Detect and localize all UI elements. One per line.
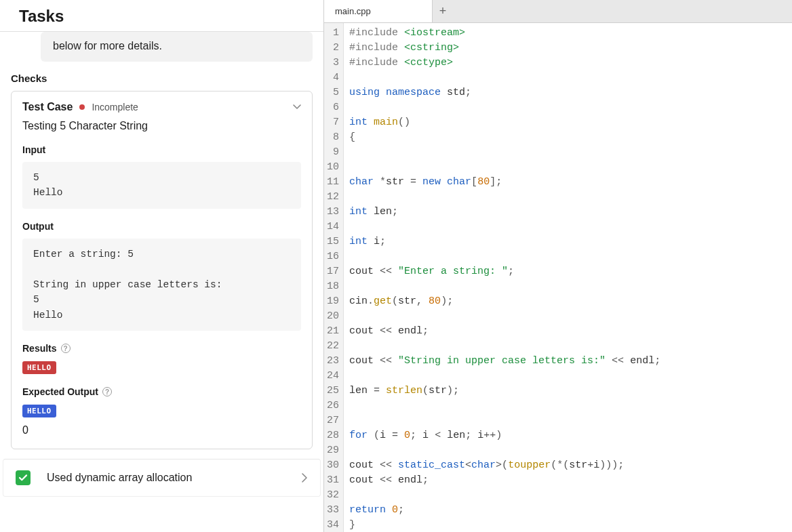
- code-line[interactable]: len = strlen(str);: [349, 384, 660, 398]
- test-case-label: Test Case: [22, 101, 73, 113]
- code-line[interactable]: char *str = new char[80];: [349, 175, 660, 190]
- line-number: 17: [327, 264, 339, 279]
- code-line[interactable]: [349, 100, 660, 115]
- line-number: 13: [327, 205, 339, 220]
- code-line[interactable]: cout << "Enter a string: ";: [349, 264, 660, 279]
- line-number: 14: [327, 220, 339, 234]
- line-number: 23: [327, 354, 339, 369]
- tasks-header: Tasks: [0, 0, 323, 32]
- line-number: 28: [327, 428, 339, 443]
- code-line[interactable]: cin.get(str, 80);: [349, 294, 660, 309]
- input-block: 5 Hello: [22, 162, 301, 209]
- code-line[interactable]: cout << endl;: [349, 473, 660, 488]
- line-number: 11: [327, 175, 339, 190]
- code-content[interactable]: #include <iostream>#include <cstring>#in…: [344, 23, 666, 532]
- line-number: 16: [327, 249, 339, 264]
- line-number: 2: [327, 41, 339, 56]
- line-number: 18: [327, 279, 339, 294]
- code-line[interactable]: return 0;: [349, 503, 660, 518]
- line-number: 12: [327, 190, 339, 205]
- expected-badge: HELLO: [22, 405, 56, 417]
- line-number: 15: [327, 234, 339, 249]
- line-number: 7: [327, 115, 339, 130]
- line-number: 19: [327, 294, 339, 309]
- check-icon: [16, 470, 31, 485]
- output-block: Enter a string: 5 String in upper case l…: [22, 239, 301, 331]
- footer-check-text: Used dynamic array allocation: [40, 472, 292, 484]
- code-line[interactable]: [349, 279, 660, 294]
- line-number: 34: [327, 518, 339, 532]
- add-tab-button[interactable]: +: [433, 0, 453, 22]
- line-number: 27: [327, 413, 339, 428]
- line-number: 31: [327, 473, 339, 488]
- line-number: 29: [327, 443, 339, 458]
- code-line[interactable]: }: [349, 518, 660, 532]
- status-dot-icon: [79, 104, 85, 110]
- code-line[interactable]: [349, 413, 660, 428]
- tab-bar: main.cpp +: [324, 0, 792, 23]
- tasks-panel: Tasks below for more details. Checks Tes…: [0, 0, 324, 532]
- tasks-scroll-area[interactable]: below for more details. Checks Test Case…: [0, 32, 323, 532]
- results-badge: HELLO: [22, 361, 56, 374]
- status-text: Incomplete: [92, 102, 138, 112]
- chevron-right-icon: [301, 472, 308, 483]
- code-line[interactable]: [349, 145, 660, 160]
- test-case-card: Test Case Incomplete Testing 5 Character…: [11, 91, 313, 449]
- line-number: 33: [327, 503, 339, 518]
- code-line[interactable]: [349, 443, 660, 458]
- line-number: 5: [327, 85, 339, 100]
- code-line[interactable]: #include <cctype>: [349, 56, 660, 70]
- expected-label: Expected Output ?: [22, 386, 301, 397]
- code-line[interactable]: [349, 160, 660, 175]
- help-icon[interactable]: ?: [61, 344, 71, 353]
- line-number: 6: [327, 100, 339, 115]
- code-line[interactable]: for (i = 0; i < len; i++): [349, 428, 660, 443]
- code-line[interactable]: [349, 488, 660, 503]
- code-line[interactable]: using namespace std;: [349, 85, 660, 100]
- footer-check-item[interactable]: Used dynamic array allocation: [3, 459, 321, 497]
- line-number: 10: [327, 160, 339, 175]
- line-number: 8: [327, 130, 339, 145]
- checks-heading: Checks: [11, 73, 313, 84]
- chevron-down-icon[interactable]: [292, 101, 302, 112]
- results-label: Results ?: [22, 343, 301, 354]
- code-line[interactable]: [349, 70, 660, 85]
- line-number: 1: [327, 26, 339, 41]
- plus-icon: +: [439, 4, 447, 18]
- code-line[interactable]: int len;: [349, 205, 660, 220]
- code-line[interactable]: cout << "String in upper case letters is…: [349, 354, 660, 369]
- input-label: Input: [22, 144, 301, 155]
- code-line[interactable]: [349, 369, 660, 384]
- code-line[interactable]: int main(): [349, 115, 660, 130]
- line-number: 20: [327, 309, 339, 324]
- line-number: 24: [327, 369, 339, 384]
- code-line[interactable]: [349, 249, 660, 264]
- code-line[interactable]: [349, 339, 660, 354]
- line-number: 26: [327, 398, 339, 413]
- line-number: 22: [327, 339, 339, 354]
- line-number: 25: [327, 384, 339, 398]
- code-line[interactable]: [349, 398, 660, 413]
- test-subtitle: Testing 5 Character String: [22, 120, 301, 132]
- code-line[interactable]: [349, 220, 660, 234]
- tab-main-cpp[interactable]: main.cpp: [324, 0, 433, 22]
- line-number: 4: [327, 70, 339, 85]
- results-label-text: Results: [22, 343, 57, 354]
- code-line[interactable]: [349, 190, 660, 205]
- output-label: Output: [22, 221, 301, 232]
- tab-label: main.cpp: [335, 6, 371, 16]
- line-gutter: 1234567891011121314151617181920212223242…: [324, 23, 344, 532]
- help-icon[interactable]: ?: [102, 387, 112, 396]
- code-line[interactable]: #include <cstring>: [349, 41, 660, 56]
- code-line[interactable]: int i;: [349, 234, 660, 249]
- editor-panel: main.cpp + 12345678910111213141516171819…: [324, 0, 792, 532]
- code-line[interactable]: #include <iostream>: [349, 26, 660, 41]
- line-number: 3: [327, 56, 339, 70]
- line-number: 9: [327, 145, 339, 160]
- code-line[interactable]: cout << static_cast<char>(toupper(*(str+…: [349, 458, 660, 473]
- code-line[interactable]: {: [349, 130, 660, 145]
- code-editor[interactable]: 1234567891011121314151617181920212223242…: [324, 23, 792, 532]
- code-line[interactable]: [349, 309, 660, 324]
- code-line[interactable]: cout << endl;: [349, 324, 660, 339]
- test-case-header[interactable]: Test Case Incomplete: [22, 101, 301, 113]
